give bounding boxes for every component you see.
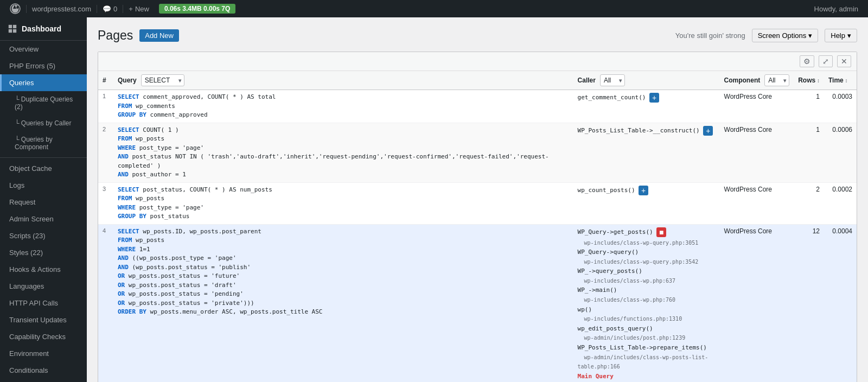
sidebar-item-styles[interactable]: Styles (22)	[0, 244, 87, 261]
chevron-down-icon-help: ▾	[847, 31, 851, 40]
row-component: WordPress Core	[720, 123, 794, 182]
row-time: 0.0004	[824, 224, 857, 382]
qm-table-wrap: # Query SELECT INSERT UPDATE	[98, 71, 857, 382]
sidebar-item-admin-screen[interactable]: Admin Screen	[0, 211, 87, 227]
table-row: 3SELECT post_status, COUNT( * ) AS num_p…	[98, 182, 857, 224]
page-header: Pages Add New You're still goin' strong …	[98, 28, 857, 43]
col-header-component: Component All	[720, 71, 794, 90]
qm-settings-button[interactable]: ⚙	[800, 55, 814, 67]
sidebar-item-request[interactable]: Request	[0, 194, 87, 211]
table-row: 4SELECT wp_posts.ID, wp_posts.post_paren…	[98, 224, 857, 382]
row-component: WordPress Core	[720, 224, 794, 382]
sidebar-item-conditionals[interactable]: Conditionals	[0, 362, 87, 379]
sidebar-item-overview[interactable]: Overview	[0, 41, 87, 58]
sidebar-item-queries-by-caller[interactable]: └ Queries by Caller	[0, 115, 87, 131]
caller-expand-button[interactable]: ■	[656, 227, 666, 237]
add-new-button[interactable]: Add New	[139, 29, 179, 42]
sidebar-dashboard-header[interactable]: Dashboard	[0, 17, 87, 41]
caller-filter[interactable]: All	[600, 74, 625, 86]
query-monitor-bar[interactable]: 0.06s 3.4MB 0.00s 7Q	[159, 4, 235, 14]
sidebar-item-scripts[interactable]: Scripts (23)	[0, 227, 87, 244]
new-content-link[interactable]: + New	[123, 5, 155, 13]
row-time: 0.0002	[824, 182, 857, 224]
admin-bar-right: Howdy, admin	[814, 5, 864, 13]
sidebar-item-object-cache[interactable]: Object Cache	[0, 160, 87, 177]
query-type-filter[interactable]: SELECT INSERT UPDATE DELETE	[141, 74, 184, 86]
sidebar-item-capability-checks[interactable]: Capability Checks	[0, 328, 87, 345]
svg-rect-4	[13, 29, 16, 33]
sidebar-item-duplicate-queries[interactable]: └ Duplicate Queries (2)	[0, 91, 87, 115]
svg-rect-1	[9, 25, 12, 28]
col-header-num: #	[98, 71, 113, 90]
site-name[interactable]: wordpresstest.com	[26, 5, 97, 13]
row-num: 2	[98, 123, 113, 182]
admin-bar: wordpresstest.com 💬 0 + New 0.06s 3.4MB …	[0, 0, 868, 17]
qm-toolbar: ⚙ ⤢ ✕	[98, 52, 857, 71]
sidebar-item-queries[interactable]: Queries	[0, 74, 87, 91]
table-row: 1SELECT comment_approved, COUNT( * ) AS …	[98, 90, 857, 123]
sidebar: Dashboard Overview PHP Errors (5) Querie…	[0, 17, 87, 382]
sidebar-item-languages[interactable]: Languages	[0, 278, 87, 295]
row-rows-count: 12	[794, 224, 824, 382]
page-title: Pages	[98, 28, 133, 43]
caller-expand-button[interactable]: +	[703, 126, 713, 136]
comments-link[interactable]: 💬 0	[97, 5, 123, 13]
plus-icon: +	[129, 5, 133, 13]
qm-panel: ⚙ ⤢ ✕ # Query	[98, 52, 857, 382]
caller-expand-button[interactable]: +	[639, 186, 648, 195]
row-caller: WP_Posts_List_Table->__construct() +	[573, 123, 720, 182]
row-rows-count: 1	[794, 123, 824, 182]
row-rows-count: 2	[794, 182, 824, 224]
qm-toolbar-icons: ⚙ ⤢ ✕	[800, 55, 851, 67]
row-caller: get_comment_count() +	[573, 90, 720, 123]
wp-logo[interactable]	[4, 3, 26, 14]
sidebar-item-hooks-actions[interactable]: Hooks & Actions	[0, 261, 87, 278]
row-component: WordPress Core	[720, 182, 794, 224]
row-query: SELECT comment_approved, COUNT( * ) AS t…	[113, 90, 573, 123]
row-time: 0.0003	[824, 90, 857, 123]
table-row: 2SELECT COUNT( 1 )FROM wp_postsWHERE pos…	[98, 123, 857, 182]
svg-rect-3	[9, 29, 12, 33]
qm-expand-button[interactable]: ⤢	[819, 55, 833, 67]
sidebar-item-transient-updates[interactable]: Transient Updates	[0, 311, 87, 328]
row-query: SELECT wp_posts.ID, wp_posts.post_parent…	[113, 224, 573, 382]
screen-options-button[interactable]: Screen Options ▾	[752, 29, 819, 42]
row-num: 3	[98, 182, 113, 224]
row-time: 0.0006	[824, 123, 857, 182]
help-button[interactable]: Help ▾	[825, 29, 857, 42]
col-header-rows[interactable]: Rows	[794, 71, 824, 90]
col-header-caller: Caller All	[573, 71, 720, 90]
qm-close-button[interactable]: ✕	[837, 55, 851, 67]
row-num: 1	[98, 90, 113, 123]
component-filter[interactable]: All	[764, 74, 789, 86]
sidebar-dashboard-label: Dashboard	[22, 24, 61, 33]
queries-table: # Query SELECT INSERT UPDATE	[98, 71, 857, 382]
col-header-query: Query SELECT INSERT UPDATE DELETE	[113, 71, 573, 90]
svg-rect-2	[13, 25, 16, 28]
sidebar-item-logs[interactable]: Logs	[0, 177, 87, 194]
row-rows-count: 1	[794, 90, 824, 123]
row-query: SELECT post_status, COUNT( * ) AS num_po…	[113, 182, 573, 224]
sidebar-item-php-errors[interactable]: PHP Errors (5)	[0, 58, 87, 74]
row-query: SELECT COUNT( 1 )FROM wp_postsWHERE post…	[113, 123, 573, 182]
greeting-text: You're still goin' strong	[675, 31, 745, 40]
main-content: Pages Add New You're still goin' strong …	[87, 17, 868, 382]
row-component: WordPress Core	[720, 90, 794, 123]
caller-expand-button[interactable]: +	[649, 93, 659, 103]
chevron-down-icon: ▾	[808, 31, 812, 40]
sidebar-item-queries-by-component[interactable]: └ Queries by Component	[0, 131, 87, 155]
sidebar-item-http-api-calls[interactable]: HTTP API Calls	[0, 295, 87, 311]
row-caller: wp_count_posts() +	[573, 182, 720, 224]
sidebar-item-environment[interactable]: Environment	[0, 345, 87, 362]
col-header-time[interactable]: Time	[824, 71, 857, 90]
row-caller: WP_Query->get_posts() ■wp-includes/class…	[573, 224, 720, 382]
row-num: 4	[98, 224, 113, 382]
comment-icon: 💬	[103, 5, 111, 13]
